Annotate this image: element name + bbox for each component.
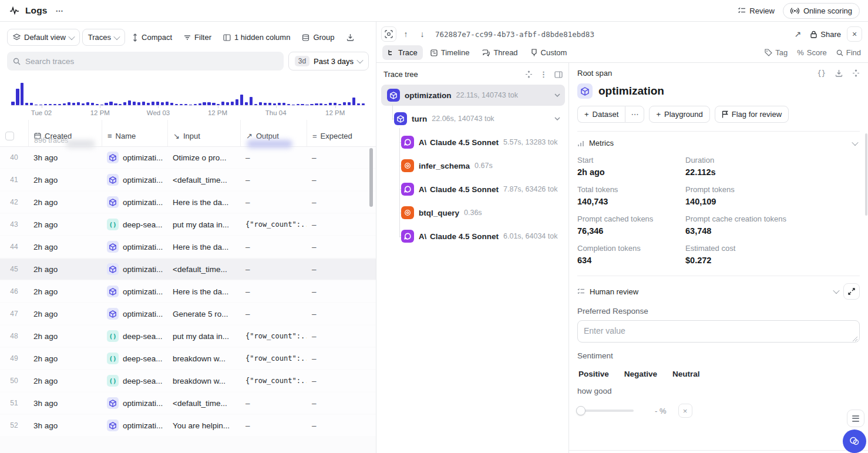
histogram-bar[interactable] bbox=[76, 78, 80, 105]
group-button[interactable]: Group bbox=[297, 29, 339, 45]
column-header-input[interactable]: ↘ Input bbox=[167, 120, 240, 146]
histogram-bar[interactable] bbox=[43, 78, 48, 105]
sentiment-negative-button[interactable]: Negative bbox=[624, 370, 657, 378]
next-trace-button[interactable]: ↓ bbox=[415, 27, 429, 41]
histogram-bar[interactable] bbox=[29, 78, 34, 105]
date-range-selector[interactable]: 3d Past 3 days bbox=[288, 52, 369, 71]
review-button[interactable]: Review bbox=[738, 6, 775, 15]
slider-knob[interactable] bbox=[576, 406, 586, 415]
sentiment-neutral-button[interactable]: Neutral bbox=[672, 370, 700, 378]
histogram-bar[interactable] bbox=[127, 78, 132, 105]
histogram-bar[interactable] bbox=[235, 78, 240, 105]
expand-review-button[interactable] bbox=[843, 283, 860, 300]
share-button[interactable]: Share bbox=[810, 30, 841, 39]
page-overflow-menu[interactable]: ⋯ bbox=[53, 5, 66, 16]
find-button[interactable]: Find bbox=[836, 48, 861, 57]
histogram-bar[interactable] bbox=[156, 78, 160, 105]
view-json-icon[interactable]: {} bbox=[817, 69, 826, 78]
add-to-dataset-button[interactable]: + Dataset bbox=[577, 106, 625, 123]
column-header-name[interactable]: ≡ Name bbox=[102, 120, 167, 146]
online-scoring-button[interactable]: Online scoring bbox=[783, 3, 860, 19]
filter-button[interactable]: Filter bbox=[179, 29, 216, 45]
histogram-bar[interactable] bbox=[286, 78, 291, 105]
histogram-bar[interactable] bbox=[85, 78, 90, 105]
table-row[interactable]: 442h agooptimizati...Here is the da...–– bbox=[0, 236, 376, 257]
table-row[interactable]: 523h agooptimizati...You are helpin...–– bbox=[0, 415, 376, 436]
search-traces-input[interactable] bbox=[25, 57, 278, 66]
tag-button[interactable]: Tag bbox=[765, 48, 788, 57]
histogram-bar[interactable] bbox=[230, 78, 235, 105]
clear-score-button[interactable]: × bbox=[678, 404, 692, 418]
traces-selector[interactable]: Traces bbox=[82, 29, 125, 46]
chevron-down-icon[interactable] bbox=[833, 287, 839, 294]
histogram-bar[interactable] bbox=[207, 78, 211, 105]
trace-tree-item[interactable]: optimization22.11s, 140743 tok bbox=[381, 85, 565, 106]
histogram-bar[interactable] bbox=[328, 78, 333, 105]
histogram-bar[interactable] bbox=[352, 78, 356, 105]
tab-timeline[interactable]: Timeline bbox=[425, 45, 475, 60]
table-row[interactable]: 462h agooptimizati...Here is the da...–– bbox=[0, 281, 376, 302]
histogram-bar[interactable] bbox=[249, 78, 254, 105]
tab-trace[interactable]: Trace bbox=[382, 45, 423, 60]
histogram-bar[interactable] bbox=[123, 78, 127, 105]
sentiment-positive-button[interactable]: Positive bbox=[578, 370, 609, 378]
histogram-bar[interactable] bbox=[295, 78, 300, 105]
collapse-panel-icon[interactable] bbox=[554, 71, 563, 78]
traces-histogram[interactable]: Tue 0212 PMWed 0312 PMThu 0412 PM bbox=[7, 78, 369, 120]
score-button[interactable]: % Score bbox=[797, 48, 827, 57]
histogram-bar[interactable] bbox=[90, 78, 95, 105]
previous-trace-button[interactable]: ↑ bbox=[399, 27, 413, 41]
histogram-bar[interactable] bbox=[202, 78, 207, 105]
histogram-bar[interactable] bbox=[333, 78, 338, 105]
chevron-down-icon[interactable] bbox=[554, 117, 560, 120]
table-row[interactable]: 422h agooptimizati...Here is the da...–– bbox=[0, 192, 376, 213]
histogram-bar[interactable] bbox=[338, 78, 342, 105]
tree-options-icon[interactable]: ⋮ bbox=[540, 70, 547, 79]
histogram-bar[interactable] bbox=[183, 78, 188, 105]
flag-for-review-button[interactable]: Flag for review bbox=[715, 106, 789, 123]
histogram-bar[interactable] bbox=[80, 78, 85, 105]
histogram-bar[interactable] bbox=[137, 78, 142, 105]
histogram-bar[interactable] bbox=[11, 78, 15, 105]
histogram-bar[interactable] bbox=[39, 78, 43, 105]
histogram-bar[interactable] bbox=[305, 78, 309, 105]
table-row[interactable]: 513h agooptimizati...<default_time...–– bbox=[0, 392, 376, 414]
select-all-checkbox[interactable] bbox=[5, 132, 14, 140]
histogram-bar[interactable] bbox=[254, 78, 258, 105]
histogram-bar[interactable] bbox=[300, 78, 305, 105]
trace-tree-item[interactable]: A\Claude 4.5 Sonnet7.87s, 63426 tok bbox=[381, 179, 565, 200]
table-row[interactable]: 492h ago()deep-sea...breakdown w...{"row… bbox=[0, 348, 376, 369]
tab-thread[interactable]: Thread bbox=[477, 45, 523, 60]
tab-custom[interactable]: Custom bbox=[526, 45, 573, 60]
histogram-bar[interactable] bbox=[263, 78, 267, 105]
open-full-page-button[interactable]: ↗ bbox=[790, 27, 805, 41]
expand-all-icon[interactable] bbox=[852, 69, 860, 77]
histogram-bar[interactable] bbox=[169, 78, 174, 105]
table-row[interactable]: 412h agooptimizati...<default_time...–– bbox=[0, 169, 376, 190]
table-row[interactable]: 482h ago()deep-sea...put my data in...{"… bbox=[0, 326, 376, 347]
histogram-bar[interactable] bbox=[197, 78, 202, 105]
histogram-bar[interactable] bbox=[244, 78, 249, 105]
export-button[interactable] bbox=[342, 30, 359, 45]
histogram-bar[interactable] bbox=[151, 78, 156, 105]
histogram-bar[interactable] bbox=[174, 78, 179, 105]
chevron-down-icon[interactable] bbox=[554, 93, 560, 97]
column-header-expected[interactable]: = Expected bbox=[307, 120, 376, 146]
histogram-bar[interactable] bbox=[240, 78, 244, 105]
histogram-bar[interactable] bbox=[53, 78, 58, 105]
table-row[interactable]: 452h agooptimizati...<default_time...–– bbox=[0, 259, 376, 280]
histogram-bar[interactable] bbox=[309, 78, 314, 105]
histogram-bar[interactable] bbox=[113, 78, 118, 105]
histogram-bar[interactable] bbox=[109, 78, 113, 105]
histogram-bar[interactable] bbox=[118, 78, 123, 105]
histogram-bar[interactable] bbox=[179, 78, 183, 105]
compact-toggle[interactable]: Compact bbox=[127, 29, 177, 45]
expand-all-icon[interactable] bbox=[525, 71, 533, 78]
detail-scrollbar[interactable] bbox=[865, 133, 867, 216]
histogram-bar[interactable] bbox=[226, 78, 230, 105]
trace-tree-item[interactable]: A\Claude 4.5 Sonnet6.01s, 64034 tok bbox=[381, 226, 565, 247]
histogram-bar[interactable] bbox=[99, 78, 104, 105]
histogram-bar[interactable] bbox=[48, 78, 53, 105]
trace-tree-item[interactable]: btql_query0.36s bbox=[381, 202, 565, 223]
how-good-slider[interactable] bbox=[577, 406, 634, 415]
